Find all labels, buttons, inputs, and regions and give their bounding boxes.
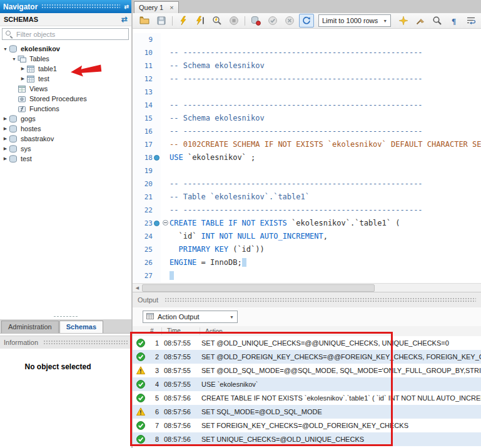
output-row[interactable]: 108:57:55SET @OLD_UNIQUE_CHECKS=@@UNIQUE…	[133, 336, 481, 350]
line-number: 18	[133, 151, 153, 164]
dock-icon[interactable]: ⇄	[124, 4, 128, 10]
rollback-icon[interactable]	[282, 14, 297, 27]
tree-item-functions[interactable]: Functions	[0, 104, 131, 114]
expander-icon[interactable]: ▶	[2, 156, 9, 161]
expander-icon[interactable]: ▶	[2, 146, 9, 151]
editor-line[interactable]: 15-- Schema ekolesnikov	[133, 112, 481, 125]
tree-item-sbastrakov[interactable]: ▶sbastrakov	[0, 134, 131, 144]
horizontal-scrollbar[interactable]: ◀	[133, 283, 481, 292]
autocommit-icon[interactable]	[299, 14, 314, 27]
execute-current-icon[interactable]	[193, 14, 208, 27]
editor-line[interactable]: 11-- Schema ekolesnikov	[133, 59, 481, 72]
line-number: 12	[133, 72, 153, 86]
explain-icon[interactable]	[210, 14, 225, 27]
action-output-dropdown[interactable]: Action Output ▼	[143, 311, 238, 323]
col-action: Action	[200, 328, 481, 335]
editor-line[interactable]: 14-- -----------------------------------…	[133, 99, 481, 112]
output-row[interactable]: 308:57:55SET @OLD_SQL_MODE=@@SQL_MODE, S…	[133, 364, 481, 377]
stop-on-error-icon[interactable]	[248, 14, 263, 27]
scroll-left-icon[interactable]: ◀	[133, 286, 142, 291]
limit-rows-dropdown[interactable]: Limit to 1000 rows▼	[318, 14, 391, 27]
stop-icon[interactable]	[226, 14, 241, 27]
tree-item-stored-procedures[interactable]: Stored Procedures	[0, 94, 131, 104]
editor-line[interactable]: 25 PRIMARY KEY (`id`))	[133, 243, 481, 256]
fold-space	[161, 164, 170, 177]
editor-line[interactable]: 21-- Table `ekolesnikov`.`table1`	[133, 191, 481, 204]
code-text: CREATE TABLE IF NOT EXISTS `ekolesnikov`…	[170, 217, 400, 230]
expander-icon[interactable]: ▼	[11, 57, 18, 61]
expander-icon[interactable]: ▶	[19, 76, 26, 81]
panel-splitter[interactable]	[0, 314, 131, 319]
output-row[interactable]: 708:57:56SET FOREIGN_KEY_CHECKS=@OLD_FOR…	[133, 419, 481, 432]
tab-schemas[interactable]: Schemas	[59, 321, 103, 333]
success-icon	[133, 435, 149, 444]
row-index: 7	[149, 422, 159, 429]
gutter-space	[153, 243, 161, 256]
editor-line[interactable]: 10-- -----------------------------------…	[133, 46, 481, 59]
editor-line[interactable]: 12-- -----------------------------------…	[133, 72, 481, 86]
output-row[interactable]: 608:57:56SET SQL_MODE=@OLD_SQL_MODE	[133, 405, 481, 419]
tree-item-table1[interactable]: ▶table1	[0, 64, 131, 74]
invisible-chars-icon[interactable]: ¶	[447, 14, 462, 27]
fold-icon[interactable]	[161, 217, 170, 230]
tree-item-tables[interactable]: ▼Tables	[0, 54, 131, 64]
output-row[interactable]: 208:57:55SET @OLD_FOREIGN_KEY_CHECKS=@@F…	[133, 350, 481, 364]
editor-line[interactable]: 24 `id` INT NOT NULL AUTO_INCREMENT,	[133, 230, 481, 243]
editor-line[interactable]: 17-- 0102CREATE SCHEMA IF NOT EXISTS `ek…	[133, 138, 481, 151]
col-index: #	[149, 327, 162, 335]
editor-line[interactable]: 9	[133, 33, 481, 46]
close-icon[interactable]: ×	[170, 4, 173, 11]
output-row[interactable]: 508:57:56CREATE TABLE IF NOT EXISTS `eko…	[133, 391, 481, 405]
fold-space	[161, 151, 170, 164]
tab-administration[interactable]: Administration	[1, 321, 59, 333]
row-index: 2	[149, 353, 159, 361]
editor-line[interactable]: 20-- -----------------------------------…	[133, 177, 481, 191]
tree-item-test[interactable]: ▶test	[0, 154, 131, 164]
tree-item-ekolesnikov[interactable]: ▼ekolesnikov	[0, 44, 131, 54]
tree-item-label: table1	[38, 65, 57, 72]
expander-icon[interactable]: ▶	[2, 116, 9, 121]
tree-item-hostes[interactable]: ▶hostes	[0, 124, 131, 134]
editor-line[interactable]: 27	[133, 269, 481, 282]
expander-icon[interactable]: ▶	[2, 126, 9, 131]
commit-icon[interactable]	[265, 14, 280, 27]
editor-line[interactable]: 26ENGINE = InnoDB;	[133, 256, 481, 269]
toolbar-separator	[172, 16, 173, 26]
execute-icon[interactable]	[176, 14, 191, 27]
wrap-text-icon[interactable]	[463, 14, 478, 27]
expander-icon[interactable]: ▼	[2, 47, 9, 51]
tree-item-label: test	[21, 155, 32, 162]
sql-editor[interactable]: 910-- ----------------------------------…	[133, 29, 481, 283]
open-script-icon[interactable]	[137, 14, 152, 27]
code-text: -- -------------------------------------…	[170, 99, 423, 112]
filter-input[interactable]	[15, 30, 128, 39]
tree-item-test[interactable]: ▶test	[0, 74, 131, 84]
tree-item-views[interactable]: Views	[0, 84, 131, 94]
table-icon	[26, 75, 36, 83]
tree-item-label: sbastrakov	[21, 135, 54, 142]
output-row[interactable]: 808:57:56SET UNIQUE_CHECKS=@OLD_UNIQUE_C…	[133, 432, 481, 446]
expander-icon[interactable]: ▶	[2, 136, 9, 141]
expander-icon[interactable]: ▶	[19, 66, 26, 71]
editor-line[interactable]: 22-- -----------------------------------…	[133, 204, 481, 217]
save-script-icon[interactable]	[154, 14, 169, 27]
row-time: 08:57:55	[159, 339, 196, 347]
find-icon[interactable]	[430, 14, 445, 27]
tree-item-label: hostes	[21, 125, 41, 132]
expand-collapse-icon[interactable]: ⇄	[121, 15, 128, 24]
output-row[interactable]: 408:57:55USE `ekolesnikov`	[133, 377, 481, 391]
editor-line[interactable]: 16-- -----------------------------------…	[133, 125, 481, 138]
scrollbar-thumb[interactable]	[142, 284, 375, 292]
tab-query-1[interactable]: Query 1 ×	[134, 1, 179, 13]
tree-item-gogs[interactable]: ▶gogs	[0, 114, 131, 124]
action-output-label: Action Output	[158, 313, 200, 321]
editor-line[interactable]: 23CREATE TABLE IF NOT EXISTS `ekolesniko…	[133, 217, 481, 230]
editor-line[interactable]: 18USE `ekolesnikov` ;	[133, 151, 481, 164]
cleanup-icon[interactable]	[413, 14, 428, 27]
line-number: 16	[133, 125, 153, 138]
editor-line[interactable]: 13	[133, 86, 481, 99]
editor-line[interactable]: 19	[133, 164, 481, 177]
fold-space	[161, 138, 170, 151]
tree-item-sys[interactable]: ▶sys	[0, 144, 131, 154]
beautify-icon[interactable]	[396, 14, 411, 27]
